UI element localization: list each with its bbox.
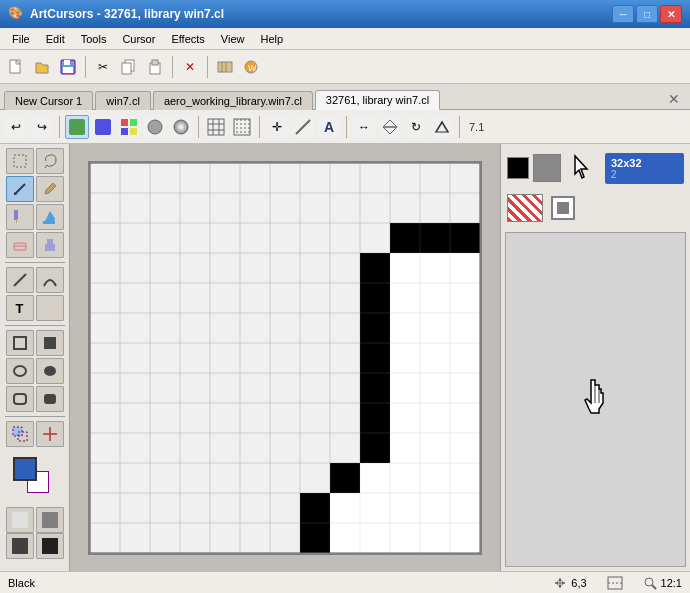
rect-outline-tool[interactable]	[6, 330, 34, 356]
stamp-tool[interactable]	[36, 232, 64, 258]
svg-rect-42	[43, 221, 55, 224]
svg-rect-9	[218, 62, 232, 72]
pencil-tool[interactable]	[6, 176, 34, 202]
color-opt1[interactable]	[6, 507, 34, 533]
tab-aero-working[interactable]: aero_working_library.win7.cl	[153, 91, 313, 110]
palette-area: 32x32 2	[501, 144, 690, 228]
status-coords: 6,3	[553, 576, 586, 590]
mirror-button[interactable]	[430, 115, 454, 139]
fg-color-swatch[interactable]	[13, 457, 37, 481]
svg-rect-49	[44, 337, 56, 349]
tool-row-ellipse	[6, 358, 64, 384]
svg-line-37	[15, 184, 25, 194]
delete-button[interactable]: ✕	[178, 55, 202, 79]
svg-point-72	[645, 578, 653, 586]
pixel-canvas[interactable]	[90, 163, 480, 553]
menu-help[interactable]: Help	[253, 31, 292, 47]
menu-edit[interactable]: Edit	[38, 31, 73, 47]
maximize-button[interactable]: □	[636, 5, 658, 23]
sep7	[346, 116, 347, 138]
tab-win7[interactable]: win7.cl	[95, 91, 151, 110]
rrect-outline-tool[interactable]	[6, 386, 34, 412]
fill-tool[interactable]	[36, 204, 64, 230]
status-bar: Black 6,3 12:1	[0, 571, 690, 593]
color-opt3[interactable]	[6, 533, 34, 559]
line-draw-tool[interactable]	[6, 267, 34, 293]
flip-h-button[interactable]: ↔	[352, 115, 376, 139]
brush-tool[interactable]	[6, 204, 34, 230]
pal-gray[interactable]	[533, 154, 561, 182]
export-button[interactable]: W	[239, 55, 263, 79]
svg-rect-14	[69, 119, 85, 135]
rotate-button[interactable]: ↻	[404, 115, 428, 139]
dropper-tool[interactable]	[36, 176, 64, 202]
tab-new-cursor[interactable]: New Cursor 1	[4, 91, 93, 110]
title-bar-controls: ─ □ ✕	[612, 5, 682, 23]
curve-tool[interactable]	[36, 267, 64, 293]
svg-rect-31	[234, 119, 250, 135]
hotspot-tool[interactable]	[36, 421, 64, 447]
tool-row-select	[6, 148, 64, 174]
rrect-fill-tool[interactable]	[36, 386, 64, 412]
grid-button[interactable]	[204, 115, 228, 139]
menu-tools[interactable]: Tools	[73, 31, 115, 47]
text-tool[interactable]: T	[6, 295, 34, 321]
menu-cursor[interactable]: Cursor	[114, 31, 163, 47]
save-button[interactable]	[56, 55, 80, 79]
cross-button[interactable]: ✛	[265, 115, 289, 139]
copy-button[interactable]	[117, 55, 141, 79]
rect-fill-tool[interactable]	[36, 330, 64, 356]
menu-view[interactable]: View	[213, 31, 253, 47]
ellipse-fill-tool[interactable]	[36, 358, 64, 384]
select-rect-tool[interactable]	[6, 148, 34, 174]
redo-button[interactable]: ↪	[30, 115, 54, 139]
color-mode-rgb[interactable]	[65, 115, 89, 139]
line-button[interactable]	[291, 115, 315, 139]
menu-effects[interactable]: Effects	[163, 31, 212, 47]
grid2-button[interactable]	[230, 115, 254, 139]
svg-rect-41	[16, 219, 17, 223]
menu-file[interactable]: File	[4, 31, 38, 47]
3d-effect-button[interactable]	[169, 115, 193, 139]
inner-square-swatch[interactable]	[551, 196, 575, 220]
cut-button[interactable]: ✂	[91, 55, 115, 79]
paste-button[interactable]	[143, 55, 167, 79]
library-button[interactable]	[213, 55, 237, 79]
color-opt2[interactable]	[36, 507, 64, 533]
color-mode-indexed[interactable]	[91, 115, 115, 139]
svg-line-73	[652, 585, 656, 589]
flip-v-button[interactable]	[378, 115, 402, 139]
tab-close-button[interactable]: ✕	[662, 89, 686, 109]
svg-rect-4	[63, 67, 73, 73]
tool-row-text: T	[6, 295, 64, 321]
zoom-select-tool[interactable]	[6, 421, 34, 447]
close-button[interactable]: ✕	[660, 5, 682, 23]
palette-row-2	[507, 194, 684, 222]
pal-black[interactable]	[507, 157, 529, 179]
new-button[interactable]	[4, 55, 28, 79]
color-opt4[interactable]	[36, 533, 64, 559]
undo-button[interactable]: ↩	[4, 115, 28, 139]
pixel-canvas-wrapper[interactable]	[88, 161, 482, 555]
sep5	[198, 116, 199, 138]
toolbar-secondary: ↩ ↪ ✛ A ↔ ↻ 7.1	[0, 110, 690, 144]
menu-bar: File Edit Tools Cursor Effects View Help	[0, 28, 690, 50]
cursor-list-selected[interactable]: 32x32 2	[605, 153, 684, 184]
svg-point-20	[148, 120, 162, 134]
open-button[interactable]	[30, 55, 54, 79]
canvas-area	[70, 144, 500, 571]
ellipse-outline-tool[interactable]	[6, 358, 34, 384]
svg-rect-48	[14, 337, 26, 349]
lasso-tool[interactable]	[36, 148, 64, 174]
sep2	[172, 56, 173, 78]
grayscale-button[interactable]	[143, 115, 167, 139]
hatch-swatch[interactable]	[507, 194, 543, 222]
text-button[interactable]: A	[317, 115, 341, 139]
color-select[interactable]	[117, 115, 141, 139]
tab-32761[interactable]: 32761, library win7.cl	[315, 90, 440, 110]
status-zoom: 12:1	[643, 576, 682, 590]
eraser-tool[interactable]	[6, 232, 34, 258]
sep1	[85, 56, 86, 78]
minimize-button[interactable]: ─	[612, 5, 634, 23]
sep4	[59, 116, 60, 138]
